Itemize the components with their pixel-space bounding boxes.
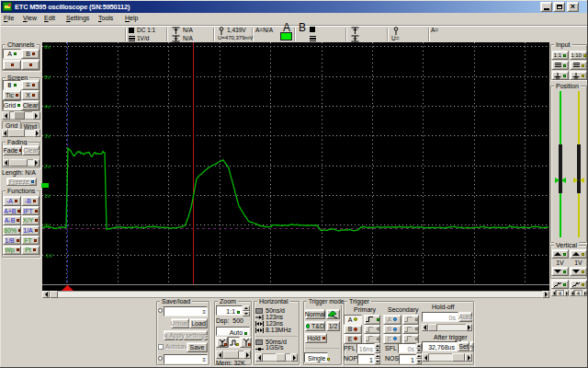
svg-text:2V: 2V [44,164,51,169]
svg-text:4V: 4V [44,104,51,109]
svg-text:5V: 5V [44,75,51,80]
svg-text:1V: 1V [44,193,51,199]
svg-text:6V: 6V [44,44,51,50]
svg-text:-1V: -1V [44,253,52,259]
svg-text:3V: 3V [44,133,51,139]
